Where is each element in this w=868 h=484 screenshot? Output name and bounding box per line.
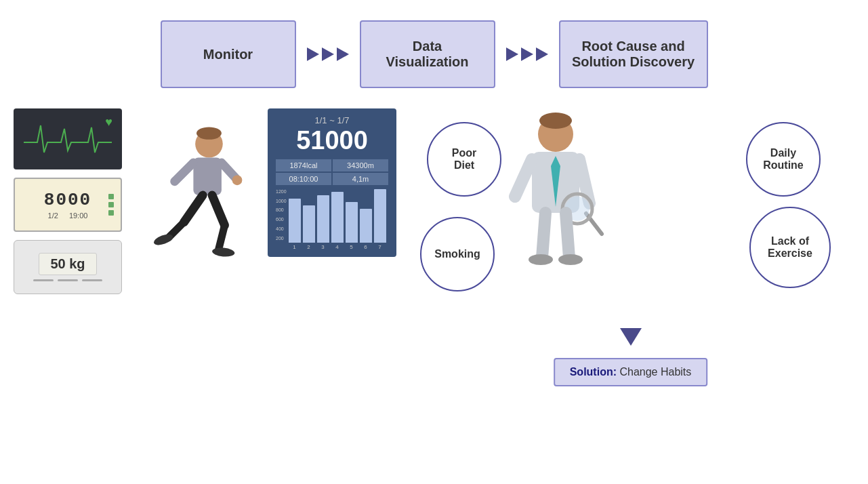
heart-icon: ♥ [105, 115, 112, 129]
bar-col: 5 [346, 189, 358, 250]
bar-chart: 1200 1000 800 600 400 200 1234567 [276, 189, 388, 250]
bar-chart-cols: 1234567 [289, 189, 386, 250]
bar-fill [374, 189, 386, 243]
bar-col: 4 [331, 189, 344, 250]
heart-monitor: ♥ [14, 108, 122, 169]
bar-col: 3 [317, 189, 329, 250]
svg-line-6 [184, 195, 203, 222]
svg-point-24 [558, 254, 583, 265]
arrow-icon [536, 47, 548, 61]
svg-line-10 [218, 225, 224, 250]
bar-col: 2 [303, 189, 315, 250]
scale-reading: 50 kg [39, 253, 96, 275]
smoking-circle: Smoking [420, 217, 495, 291]
big-number: 51000 [276, 127, 388, 155]
bar-label: 4 [335, 244, 338, 250]
bar-fill [346, 202, 358, 243]
bar-fill [317, 195, 329, 243]
rootcause-panel: Poor Diet Daily Routine Smoking Lack of … [413, 108, 848, 393]
arrow-icon [506, 47, 518, 61]
poor-diet-circle: Poor Diet [427, 122, 501, 197]
ecg-display [24, 122, 112, 156]
step-dots [108, 194, 114, 216]
flow-box-dataviz: Data Visualization [360, 20, 495, 88]
step-dot [108, 210, 114, 216]
step-dot [108, 202, 114, 207]
stat-time: 08:10:00 [276, 173, 331, 185]
bar-fill [289, 199, 301, 243]
stat-pace: 4,1m [333, 173, 388, 185]
down-arrow-icon [620, 328, 642, 346]
arrow-icon [322, 47, 334, 61]
arrow-icon [307, 47, 319, 61]
foot-line [58, 279, 78, 281]
foot-line [82, 279, 102, 281]
flow-arrows-1 [307, 47, 349, 61]
bar-col: 6 [360, 189, 372, 250]
step-count: 8000 [44, 190, 91, 210]
foot-line [33, 279, 54, 281]
poor-diet-label: Poor Diet [452, 147, 476, 172]
svg-point-23 [529, 254, 553, 265]
bar-col: 7 [374, 189, 386, 250]
solution-text: Change Habits [619, 366, 691, 378]
flow-arrows-2 [506, 47, 548, 61]
flow-box-rootcause: Root Cause and Solution Discovery [559, 20, 708, 88]
svg-line-16 [515, 159, 532, 197]
chart-with-y: 1200 1000 800 600 400 200 1234567 [276, 189, 388, 250]
svg-point-5 [232, 175, 243, 185]
svg-line-3 [175, 163, 194, 182]
bar-label: 2 [307, 244, 310, 250]
data-card: 1/1 ~ 1/7 51000 1874lcal 34300m 08:10:00… [268, 108, 396, 257]
svg-point-13 [539, 113, 572, 129]
scale-device: 50 kg [14, 240, 122, 294]
date-range: 1/1 ~ 1/7 [276, 115, 388, 125]
runner-panel [142, 108, 251, 285]
devices-panel: ♥ 8000 1/2 19:00 50 kg [14, 108, 129, 294]
dataviz-panel: 1/1 ~ 1/7 51000 1874lcal 34300m 08:10:00… [264, 108, 400, 257]
daily-routine-circle: Daily Routine [746, 122, 821, 197]
lack-exercise-circle: Lack of Exercise [749, 207, 831, 288]
bar-label: 6 [364, 244, 367, 250]
solution-box: Solution: Change Habits [554, 358, 708, 386]
daily-routine-label: Daily Routine [763, 147, 804, 172]
bar-label: 3 [321, 244, 324, 250]
solution-label: Solution: [570, 366, 617, 378]
svg-line-4 [222, 163, 236, 178]
bottom-section: ♥ 8000 1/2 19:00 50 kg [0, 102, 868, 393]
step-sub-row: 1/2 19:00 [48, 211, 88, 220]
y-axis: 1200 1000 800 600 400 200 [276, 189, 287, 250]
step-counter: 8000 1/2 19:00 [14, 178, 122, 232]
bar-col: 1 [289, 189, 301, 250]
bar-label: 1 [293, 244, 295, 250]
stats-grid: 1874lcal 34300m 08:10:00 4,1m [276, 159, 388, 185]
lack-exercise-label: Lack of Exercise [768, 235, 812, 260]
bar-label: 5 [350, 244, 352, 250]
flow-section: Monitor Data Visualization Root Cause an… [0, 0, 868, 102]
scale-feet [33, 279, 102, 281]
arrow-icon [337, 47, 349, 61]
step-dot [108, 194, 114, 199]
bar-fill [303, 205, 315, 243]
svg-line-21 [542, 213, 545, 258]
flow-box-monitor: Monitor [161, 20, 296, 88]
doctor-figure [501, 108, 610, 298]
arrow-icon [521, 47, 533, 61]
svg-line-22 [566, 213, 569, 258]
bar-label: 7 [378, 244, 381, 250]
svg-line-9 [212, 195, 224, 225]
svg-point-1 [197, 127, 222, 139]
stat-distance: 34300m [333, 159, 388, 172]
smoking-label: Smoking [434, 248, 480, 260]
bar-fill [331, 192, 344, 243]
bar-fill [360, 209, 372, 243]
runner-figure [146, 122, 247, 285]
stat-calories: 1874lcal [276, 159, 331, 172]
